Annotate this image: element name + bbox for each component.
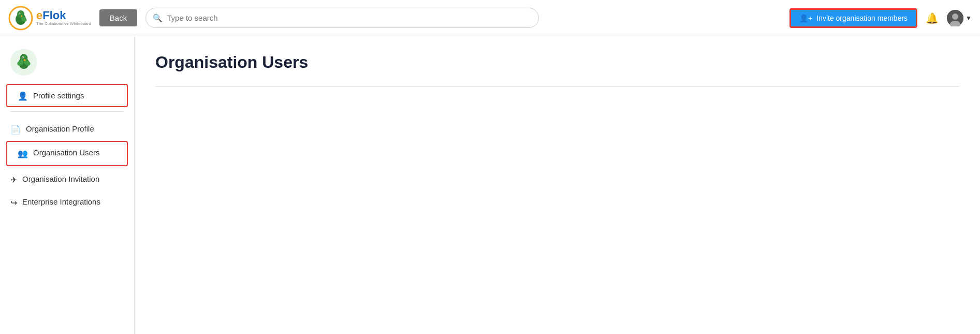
search-input[interactable] — [145, 8, 539, 28]
sidebar-item-profile-settings[interactable]: 👤 Profile settings — [6, 84, 128, 107]
avatar — [947, 10, 963, 26]
svg-point-8 — [952, 13, 958, 20]
page-title: Organisation Users — [155, 53, 959, 72]
sidebar-item-label: Enterprise Integrations — [22, 196, 100, 207]
back-button[interactable]: Back — [99, 9, 137, 26]
user-menu[interactable]: ▼ — [947, 10, 972, 26]
share-icon: ↪ — [10, 197, 17, 209]
header-actions: 👤+ Invite organisation members 🔔 ▼ — [789, 8, 972, 28]
person-icon: 👤 — [18, 91, 28, 101]
invite-button-label: Invite organisation members — [816, 14, 908, 22]
sidebar-item-organisation-profile[interactable]: 📄 Organisation Profile — [0, 118, 134, 141]
logo-text: eFlok The Collaborative Whiteboard — [36, 10, 91, 26]
document-icon: 📄 — [10, 124, 21, 136]
svg-point-14 — [22, 57, 23, 58]
org-avatar — [10, 49, 37, 76]
search-bar: 🔍 — [145, 8, 539, 28]
profile-settings-label: Profile settings — [33, 91, 84, 100]
sidebar-item-enterprise-integrations[interactable]: ↪ Enterprise Integrations — [0, 191, 134, 214]
sidebar-divider — [10, 111, 124, 112]
search-icon: 🔍 — [153, 13, 163, 23]
logo-name: eFlok — [36, 10, 91, 21]
send-icon: ✈ — [10, 175, 17, 186]
content-divider — [155, 86, 959, 87]
sidebar-item-label: Organisation Invitation — [22, 173, 99, 184]
sidebar: 👤 Profile settings 📄 Organisation Profil… — [0, 36, 135, 334]
logo-icon — [8, 6, 33, 31]
logo: eFlok The Collaborative Whiteboard — [8, 6, 91, 31]
main-content: Organisation Users — [135, 36, 980, 334]
sidebar-item-organisation-users[interactable]: 👥 Organisation Users — [6, 141, 128, 166]
sidebar-item-label: Organisation Profile — [26, 123, 94, 134]
chevron-down-icon: ▼ — [966, 14, 972, 22]
svg-point-5 — [19, 13, 20, 14]
sidebar-item-label: Organisation Users — [33, 147, 99, 158]
person-add-icon: 👤+ — [799, 14, 812, 22]
avatar-icon — [947, 10, 963, 26]
main-layout: 👤 Profile settings 📄 Organisation Profil… — [0, 36, 980, 334]
sidebar-item-organisation-invitation[interactable]: ✈ Organisation Invitation — [0, 168, 134, 191]
app-header: eFlok The Collaborative Whiteboard Back … — [0, 0, 980, 36]
invite-members-button[interactable]: 👤+ Invite organisation members — [789, 8, 917, 28]
notifications-icon[interactable]: 🔔 — [926, 12, 939, 24]
logo-tagline: The Collaborative Whiteboard — [36, 21, 91, 26]
org-logo-icon — [11, 50, 36, 75]
group-icon: 👥 — [18, 148, 28, 159]
